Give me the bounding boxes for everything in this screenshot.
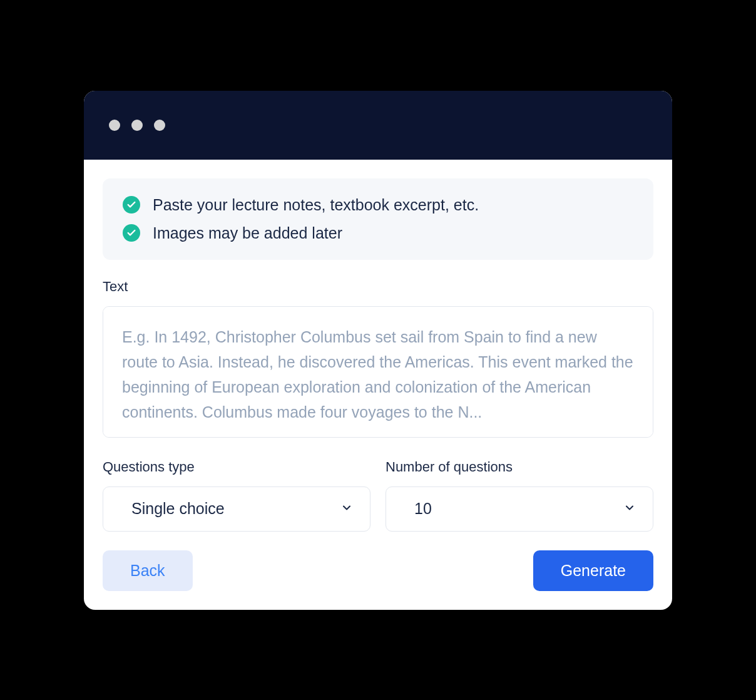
content-area: Paste your lecture notes, textbook excer… [84,160,672,610]
window-control-dot[interactable] [154,120,165,131]
form-row: Questions type Single choice Number of q… [103,459,653,532]
textarea-label: Text [103,279,653,295]
info-box: Paste your lecture notes, textbook excer… [103,178,653,260]
questions-type-label: Questions type [103,459,370,475]
number-of-questions-select-wrapper: 10 [386,486,653,532]
number-of-questions-select[interactable]: 10 [386,486,653,532]
info-item: Paste your lecture notes, textbook excer… [123,196,633,214]
generate-button[interactable]: Generate [533,550,653,591]
titlebar [84,91,672,160]
back-button[interactable]: Back [103,550,193,591]
info-text: Paste your lecture notes, textbook excer… [153,196,479,214]
app-window: Paste your lecture notes, textbook excer… [84,91,672,610]
info-text: Images may be added later [153,224,342,242]
text-input[interactable] [103,306,653,438]
questions-type-select[interactable]: Single choice [103,486,370,532]
info-item: Images may be added later [123,224,633,242]
button-row: Back Generate [103,550,653,591]
check-icon [123,196,140,214]
window-control-dot[interactable] [109,120,120,131]
check-icon [123,224,140,242]
questions-type-select-wrapper: Single choice [103,486,370,532]
number-of-questions-col: Number of questions 10 [386,459,653,532]
number-of-questions-label: Number of questions [386,459,653,475]
questions-type-col: Questions type Single choice [103,459,370,532]
window-control-dot[interactable] [131,120,143,131]
